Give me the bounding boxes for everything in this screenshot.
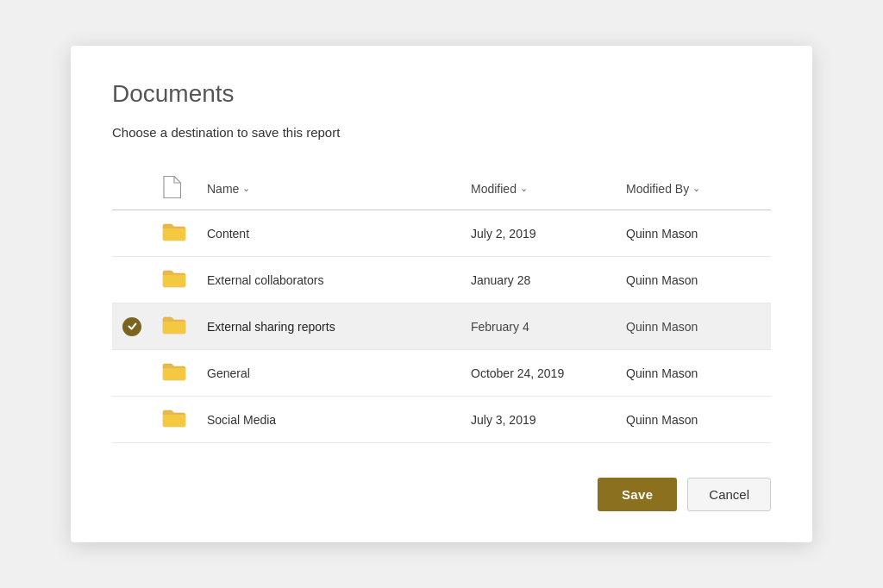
modified-sort-icon: ⌄ [520,183,528,194]
folder-table: Name ⌄ Modified ⌄ Modified By ⌄ [112,167,771,443]
row-modified-by: Quinn Mason [616,257,771,303]
row-folder-icon-cell [152,350,197,397]
col-modified-header[interactable]: Modified ⌄ [460,167,616,210]
row-modified-by: Quinn Mason [616,210,771,257]
save-button[interactable]: Save [598,478,677,511]
row-folder-icon-cell [152,397,197,443]
row-name: External sharing reports [197,303,460,350]
row-check-cell [112,210,152,257]
row-modified-by: Quinn Mason [616,397,771,443]
row-name: Content [197,210,460,257]
folder-icon [162,316,186,335]
col-name-header[interactable]: Name ⌄ [197,167,460,210]
table-row[interactable]: Social MediaJuly 3, 2019Quinn Mason [112,397,771,443]
row-check-cell [112,257,152,303]
document-picker-dialog: Documents Choose a destination to save t… [71,46,812,542]
col-check [112,167,152,210]
dialog-title: Documents [112,80,771,108]
document-header-icon [162,176,181,198]
row-folder-icon-cell [152,257,197,303]
dialog-footer: Save Cancel [112,471,771,511]
row-check-cell [112,397,152,443]
row-folder-icon-cell [152,210,197,257]
dialog-subtitle: Choose a destination to save this report [112,125,771,140]
row-folder-icon-cell [152,303,197,350]
name-sort-icon: ⌄ [242,183,250,194]
row-name: General [197,350,460,397]
table-row[interactable]: GeneralOctober 24, 2019Quinn Mason [112,350,771,397]
row-check-cell [112,350,152,397]
table-row[interactable]: External collaboratorsJanuary 28Quinn Ma… [112,257,771,303]
col-doc-icon [152,167,197,210]
row-check-cell [112,303,152,350]
row-name: External collaborators [197,257,460,303]
table-header-row: Name ⌄ Modified ⌄ Modified By ⌄ [112,167,771,210]
row-modified: July 2, 2019 [460,210,616,257]
folder-icon [162,409,186,428]
selected-check-icon [122,317,141,336]
row-modified: January 28 [460,257,616,303]
modified-by-sort-icon: ⌄ [692,183,700,194]
row-modified-by: Quinn Mason [616,303,771,350]
cancel-button[interactable]: Cancel [687,478,771,511]
row-modified: February 4 [460,303,616,350]
folder-icon [162,222,186,241]
table-row[interactable]: External sharing reportsFebruary 4Quinn … [112,303,771,350]
row-name: Social Media [197,397,460,443]
folder-icon [162,362,186,381]
row-modified-by: Quinn Mason [616,350,771,397]
row-modified: October 24, 2019 [460,350,616,397]
table-row[interactable]: ContentJuly 2, 2019Quinn Mason [112,210,771,257]
folder-icon [162,269,186,288]
col-modified-by-header[interactable]: Modified By ⌄ [616,167,771,210]
row-modified: July 3, 2019 [460,397,616,443]
